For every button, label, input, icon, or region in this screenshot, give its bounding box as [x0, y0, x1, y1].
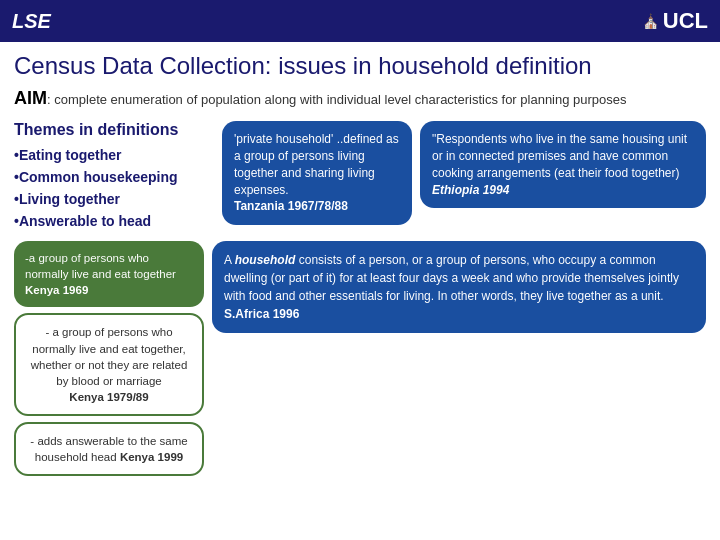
kenya-1979-bold: Kenya 1979/89 [69, 391, 148, 403]
safrica-bubble: A household consists of a person, or a g… [212, 241, 706, 333]
kenya-1969-bubble: -a group of persons who normally live an… [14, 241, 204, 307]
header-bar: LSE ⛪ UCL [0, 0, 720, 42]
ucl-symbol: ⛪ [642, 13, 659, 29]
ucl-logo: ⛪ UCL [642, 8, 708, 34]
safrica-text-before: A [224, 253, 231, 267]
bottom-left-column: -a group of persons who normally live an… [14, 241, 204, 476]
kenya-1999-bubble: - adds answerable to the same household … [14, 422, 204, 476]
lse-logo: LSE [12, 10, 51, 33]
aim-label: AIM [14, 88, 47, 108]
kenya-1969-text: -a group of persons who normally live an… [25, 252, 176, 280]
left-column: Themes in definitions •Eating together •… [14, 121, 214, 235]
theme-eating: •Eating together [14, 147, 214, 163]
aim-description: : complete enumeration of population alo… [47, 92, 627, 107]
middle-column: 'private household' ..defined as a group… [222, 121, 412, 233]
aim-text: AIM: complete enumeration of population … [14, 86, 706, 111]
theme-answerable: •Answerable to head [14, 213, 214, 229]
top-columns: Themes in definitions •Eating together •… [14, 121, 706, 235]
theme-living: •Living together [14, 191, 214, 207]
ethiopia-bold: Ethiopia 1994 [432, 183, 509, 197]
ethiopia-bubble: "Respondents who live in the same housin… [420, 121, 706, 208]
bottom-right-column: A household consists of a person, or a g… [212, 241, 706, 333]
ucl-text: UCL [663, 8, 708, 34]
main-content: Census Data Collection: issues in househ… [0, 42, 720, 482]
kenya-1979-bubble: - a group of persons who normally live a… [14, 313, 204, 415]
theme-housekeeping: •Common housekeeping [14, 169, 214, 185]
ethiopia-text: "Respondents who live in the same housin… [432, 132, 687, 180]
bottom-section: -a group of persons who normally live an… [14, 241, 706, 476]
tanzania-text: 'private household' ..defined as a group… [234, 132, 399, 196]
kenya-1969-bold: Kenya 1969 [25, 284, 88, 296]
kenya-1979-text: - a group of persons who normally live a… [31, 326, 188, 386]
tanzania-bubble: 'private household' ..defined as a group… [222, 121, 412, 225]
safrica-italic: household [235, 253, 296, 267]
themes-title: Themes in definitions [14, 121, 214, 139]
right-column: "Respondents who live in the same housin… [420, 121, 706, 216]
tanzania-bold: Tanzania 1967/78/88 [234, 199, 348, 213]
safrica-bold: S.Africa 1996 [224, 307, 299, 321]
kenya-1999-bold: Kenya 1999 [120, 451, 183, 463]
page-title: Census Data Collection: issues in househ… [14, 52, 706, 80]
